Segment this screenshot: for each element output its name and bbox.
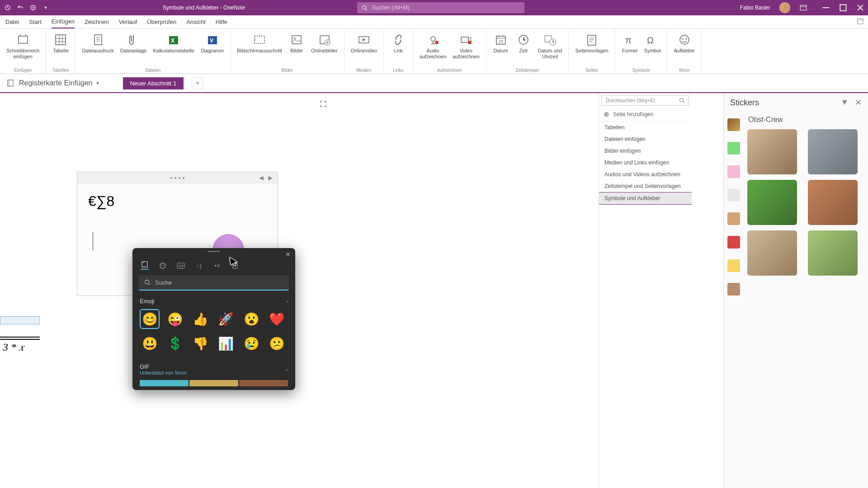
emoji-item[interactable]: 😢 [241, 333, 261, 353]
ribbon-symbol[interactable]: ΩSymbol [642, 31, 664, 68]
section-tab[interactable]: Neuer Abschnitt 1 [123, 77, 184, 89]
global-search[interactable]: Suchen (Alt+M) [357, 2, 524, 13]
emoji-picker-drag[interactable]: ✕ [132, 248, 295, 258]
ribbon-table[interactable]: Tabelle [50, 31, 71, 68]
sticker-category[interactable] [727, 165, 740, 178]
ribbon-file-printout[interactable]: Dateiausdruck [79, 31, 116, 68]
ribbon-label: Bildschirmausschnitt [237, 48, 282, 54]
collapse-ribbon-icon[interactable] [857, 18, 863, 26]
ribbon-visio[interactable]: VDiagramm [198, 31, 226, 68]
sticker-item[interactable] [747, 129, 797, 174]
sticker-category[interactable] [727, 259, 740, 272]
sticker-category[interactable] [727, 142, 740, 155]
emoji-item[interactable]: ❤️ [267, 309, 287, 329]
ribbon-video-record[interactable]: Video aufzeichnen [450, 31, 482, 68]
stickers-dropdown-icon[interactable]: ▼ [840, 98, 849, 108]
emoji-item[interactable]: 😕 [267, 333, 287, 353]
sticker-item[interactable] [808, 180, 858, 225]
sticker-item[interactable] [808, 129, 858, 174]
emoji-item[interactable]: 💲 [165, 333, 185, 353]
menu-tab-verlauf[interactable]: Verlauf [119, 16, 137, 28]
ribbon-link[interactable]: Link [387, 31, 409, 68]
page-canvas[interactable]: ◄ ► €∑8 3 * 𝑥 [0, 95, 599, 488]
sticker-item[interactable] [747, 230, 797, 276]
ribbon-insert-space[interactable]: Schreibbereich einfügen [4, 31, 42, 68]
emoji-tab-clipboard[interactable] [231, 262, 239, 270]
ribbon-audio[interactable]: Audio aufzeichnen [417, 31, 449, 68]
page-search[interactable]: Durchsuchen (Strg+E) [602, 95, 689, 106]
add-page-button[interactable]: ⊕ Seite hinzufügen [599, 108, 692, 122]
sticker-item[interactable] [747, 180, 797, 225]
ribbon-time[interactable]: Zeit [513, 31, 534, 68]
page-item[interactable]: Symbole und Aufkleber [599, 192, 692, 205]
ribbon-templates[interactable]: Seitenvorlagen [572, 31, 611, 68]
menu-tab-datei[interactable]: Datei [5, 16, 19, 28]
ribbon-date[interactable]: 23Datum [490, 31, 512, 68]
redo-icon[interactable] [29, 4, 37, 12]
user-name[interactable]: Fabio Basler [740, 5, 770, 11]
page-item[interactable]: Dateien einfügen [599, 133, 692, 145]
stickers-close-icon[interactable]: ✕ [855, 98, 862, 108]
emoji-tab-kaomoji[interactable]: ;-) [195, 262, 203, 270]
ribbon-label: Seitenvorlagen [575, 48, 608, 54]
menu-tab-überprüfen[interactable]: Überprüfen [147, 16, 176, 28]
menu-tab-start[interactable]: Start [29, 16, 41, 28]
menu-tab-hilfe[interactable]: Hilfe [216, 16, 227, 28]
emoji-item[interactable]: 😮 [241, 309, 261, 329]
maximize-icon[interactable] [839, 4, 847, 12]
ribbon-options-icon[interactable] [799, 4, 807, 12]
emoji-tab-symbols[interactable] [213, 262, 221, 270]
page-item[interactable]: Audios und Videos aufzeichnen [599, 169, 692, 180]
ribbon-picture[interactable]: Bilder [286, 31, 307, 68]
user-avatar[interactable] [779, 2, 790, 13]
emoji-item[interactable]: 🚀 [216, 309, 236, 329]
ribbon-attachment[interactable]: Dateianlage [118, 31, 150, 68]
page-item[interactable]: Medien und Links einfügen [599, 157, 692, 169]
sticker-category[interactable] [727, 189, 740, 202]
ribbon-online-picture[interactable]: Onlinebilder [308, 31, 340, 68]
ribbon-spreadsheet[interactable]: XKalkulationstabelle [150, 31, 197, 68]
page-item[interactable]: Zeitstempel und Seitenvorlagen [599, 180, 692, 192]
emoji-tab-recent[interactable] [141, 262, 149, 270]
note-header[interactable]: ◄ ► [77, 172, 278, 184]
menu-tab-zeichnen[interactable]: Zeichnen [85, 16, 108, 28]
ribbon-video[interactable]: Onlinevideo [348, 31, 380, 68]
ribbon-screenshot[interactable]: Bildschirmausschnitt [234, 31, 285, 68]
undo-icon[interactable] [16, 4, 24, 12]
sticker-category[interactable] [727, 118, 740, 131]
sticker-category[interactable] [727, 212, 740, 225]
menu-tab-einfügen[interactable]: Einfügen [52, 15, 75, 28]
add-section-button[interactable]: + [192, 77, 203, 89]
sticker-category[interactable] [727, 283, 740, 296]
fullscreen-icon[interactable] [320, 100, 327, 109]
save-icon[interactable] [4, 4, 12, 12]
close-icon[interactable] [856, 4, 864, 12]
gif-section-header[interactable]: GIF Unterstützt von Tenor › [132, 359, 295, 380]
drag-handle-icon[interactable] [170, 177, 184, 179]
sticker-category[interactable] [727, 236, 740, 249]
minimize-icon[interactable] [822, 4, 830, 12]
emoji-close-icon[interactable]: ✕ [285, 251, 291, 258]
ribbon-sticker[interactable]: Aufkleber [671, 31, 698, 68]
page-item[interactable]: Bilder einfügen [599, 145, 692, 157]
emoji-item[interactable]: 😜 [165, 309, 185, 329]
notebook-dropdown[interactable]: Registerkarte Einfügen ▼ [19, 79, 100, 87]
note-nav-arrows[interactable]: ◄ ► [258, 174, 274, 182]
emoji-tab-gif[interactable]: GIF [177, 262, 185, 270]
emoji-item[interactable]: 📊 [216, 333, 236, 353]
qat-dropdown-icon[interactable]: ▼ [42, 4, 50, 12]
sticker-item[interactable] [808, 230, 858, 276]
emoji-item[interactable]: 😃 [140, 333, 160, 353]
ribbon-datetime[interactable]: Datum und Uhrzeit [535, 31, 565, 68]
emoji-item[interactable]: 😊 [140, 309, 160, 329]
page-panel: Durchsuchen (Strg+E) ⊕ Seite hinzufügen … [599, 93, 692, 488]
emoji-section-header[interactable]: Emoji › [132, 293, 295, 309]
page-item[interactable]: Tabellen [599, 122, 692, 133]
gif-thumbnails[interactable] [132, 380, 295, 390]
emoji-item[interactable]: 👍 [191, 309, 211, 329]
emoji-search-input[interactable]: Suche [139, 275, 289, 291]
menu-tab-ansicht[interactable]: Ansicht [186, 16, 206, 28]
ribbon-equation[interactable]: πFormel [619, 31, 641, 68]
emoji-tab-emoji[interactable] [159, 262, 167, 270]
emoji-item[interactable]: 👎 [191, 333, 211, 353]
